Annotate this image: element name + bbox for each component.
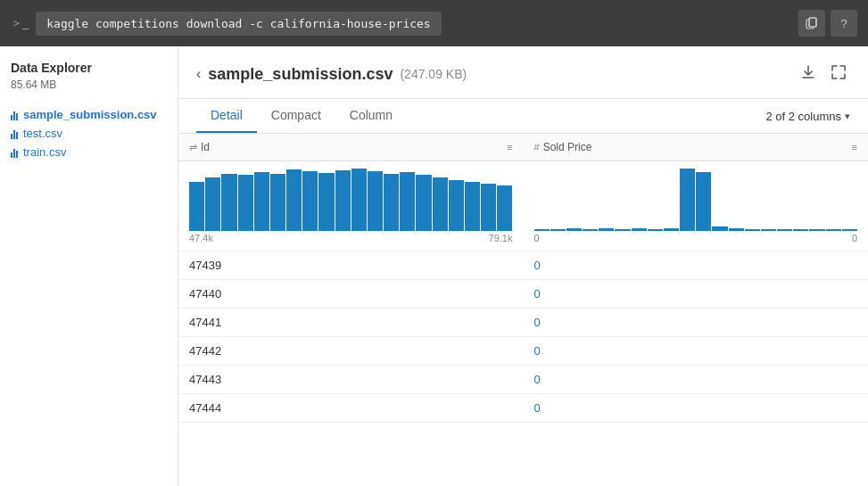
id-hist-max: 79.1k	[489, 233, 513, 243]
tab-compact[interactable]: Compact	[257, 99, 335, 133]
table-row: 47444 0	[178, 394, 868, 423]
prompt-command: kaggle competitions download -c californ…	[36, 12, 441, 36]
sidebar-item-test[interactable]: test.csv	[11, 124, 167, 143]
prompt-area: ＞_ kaggle competitions download -c calif…	[11, 12, 789, 36]
table-row: 47441 0	[178, 309, 868, 337]
table-row: 47442 0	[178, 337, 868, 366]
sidebar: Data Explorer 85.64 MB sample_submission…	[0, 46, 178, 486]
file-size: (247.09 KB)	[400, 67, 467, 81]
cell-id: 47443	[178, 366, 524, 394]
table-row: 47439 0	[178, 251, 868, 280]
sidebar-filename-test: test.csv	[23, 127, 62, 140]
table-row: 47440 0	[178, 280, 868, 309]
sold-histogram-bars	[534, 169, 858, 231]
file-header-left: ‹ sample_submission.csv (247.09 KB)	[196, 65, 467, 84]
main-content: Data Explorer 85.64 MB sample_submission…	[0, 46, 868, 486]
cell-id: 47442	[178, 337, 524, 366]
cell-sold: 0	[524, 337, 869, 366]
content-area: ‹ sample_submission.csv (247.09 KB)	[178, 46, 868, 486]
svg-rect-1	[809, 18, 816, 27]
columns-selector-label: 2 of 2 columns	[765, 110, 841, 123]
columns-selector[interactable]: 2 of 2 columns ▾	[765, 110, 850, 123]
sidebar-size: 85.64 MB	[11, 78, 167, 91]
file-bars-icon	[11, 110, 18, 120]
id-histogram-cell: 47.4k 79.1k	[178, 161, 524, 251]
sort-icon-sold[interactable]: ≡	[852, 142, 857, 152]
back-button[interactable]: ‹	[196, 66, 201, 82]
link-icon: ⇌	[189, 142, 197, 153]
fullscreen-button[interactable]	[827, 61, 850, 87]
col-name-id: Id	[201, 141, 210, 153]
file-header-actions	[797, 61, 850, 87]
sidebar-item-train[interactable]: train.csv	[11, 143, 167, 161]
copy-button[interactable]	[798, 10, 825, 37]
file-title: sample_submission.csv	[208, 65, 393, 84]
help-button[interactable]: ?	[831, 10, 857, 37]
cell-sold: 0	[524, 309, 869, 337]
tab-detail[interactable]: Detail	[196, 99, 257, 133]
column-header-sold: # Sold Price ≡	[524, 134, 869, 161]
data-area[interactable]: ⇌ Id ≡ # Sold Price ≡	[178, 134, 868, 486]
prompt-arrow-icon: ＞_	[11, 15, 29, 31]
id-histogram: 47.4k 79.1k	[189, 169, 513, 243]
histogram-row: 47.4k 79.1k 0 0	[178, 161, 868, 251]
column-header-id: ⇌ Id ≡	[178, 134, 524, 161]
sort-icon-id[interactable]: ≡	[507, 142, 512, 152]
table-row: 47443 0	[178, 366, 868, 394]
hash-icon: #	[534, 142, 540, 152]
file-bars-icon	[11, 147, 18, 158]
cell-sold: 0	[524, 366, 869, 394]
data-table: ⇌ Id ≡ # Sold Price ≡	[178, 134, 868, 423]
topbar-actions: ?	[798, 10, 857, 37]
sold-histogram-labels: 0 0	[534, 233, 858, 243]
sidebar-title: Data Explorer	[11, 61, 167, 75]
tabs-row: Detail Compact Column 2 of 2 columns ▾	[178, 99, 868, 134]
chevron-down-icon: ▾	[845, 111, 850, 122]
download-button[interactable]	[797, 61, 820, 87]
sold-hist-max: 0	[852, 233, 857, 243]
cell-sold: 0	[524, 251, 869, 280]
help-icon: ?	[840, 17, 847, 30]
sold-hist-min: 0	[534, 233, 540, 243]
tab-column[interactable]: Column	[335, 99, 407, 133]
file-bars-icon	[11, 128, 18, 139]
sold-histogram: 0 0	[534, 169, 858, 243]
id-histogram-labels: 47.4k 79.1k	[189, 233, 513, 243]
cell-sold: 0	[524, 394, 869, 423]
id-hist-min: 47.4k	[189, 233, 213, 243]
sold-histogram-cell: 0 0	[524, 161, 869, 251]
col-name-sold: Sold Price	[543, 141, 592, 153]
tabs: Detail Compact Column	[196, 99, 407, 133]
sidebar-item-sample[interactable]: sample_submission.csv	[11, 105, 167, 124]
file-header: ‹ sample_submission.csv (247.09 KB)	[178, 46, 868, 99]
cell-id: 47441	[178, 309, 524, 337]
sidebar-filename-sample: sample_submission.csv	[23, 108, 157, 121]
sidebar-filename-train: train.csv	[23, 145, 66, 159]
id-histogram-bars	[189, 169, 513, 231]
cell-id: 47444	[178, 394, 524, 423]
cell-id: 47440	[178, 280, 524, 309]
cell-id: 47439	[178, 251, 524, 280]
top-bar: ＞_ kaggle competitions download -c calif…	[0, 0, 868, 46]
cell-sold: 0	[524, 280, 869, 309]
